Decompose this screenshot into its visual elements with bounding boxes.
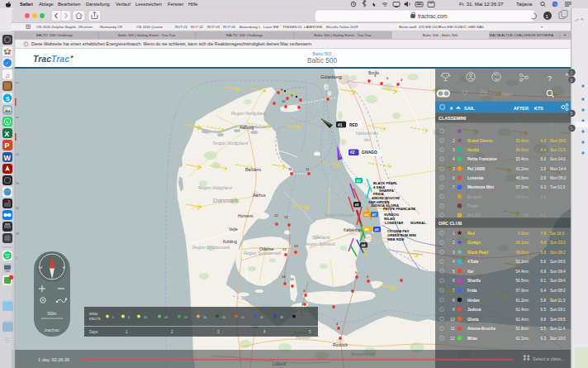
svg-text:RED: RED bbox=[349, 123, 358, 127]
svg-text:i: i bbox=[26, 42, 26, 46]
svg-text:LASER EM: LASER EM bbox=[304, 25, 322, 29]
svg-text:10: 10 bbox=[282, 99, 286, 103]
svg-text:B: B bbox=[571, 112, 573, 116]
svg-text:4: 4 bbox=[453, 260, 455, 264]
svg-text:Tue 02:3: Tue 02:3 bbox=[550, 185, 566, 189]
svg-text:49: 49 bbox=[365, 227, 369, 232]
svg-text:6: 6 bbox=[453, 279, 455, 283]
svg-text:Days: Days bbox=[89, 330, 98, 334]
svg-text:#9: #9 bbox=[375, 227, 379, 232]
svg-text:10: 10 bbox=[144, 316, 147, 319]
svg-text:Sun 09:4: Sun 09:4 bbox=[550, 270, 566, 274]
svg-text:1 day, 02:26:36: 1 day, 02:26:36 bbox=[38, 357, 69, 362]
svg-text:Sun 09:4: Sun 09:4 bbox=[550, 279, 566, 283]
svg-text:ROT 02: ROT 02 bbox=[191, 25, 204, 29]
svg-text:D/C GBR SAIL: D/C GBR SAIL bbox=[461, 25, 485, 29]
svg-text:Bergvill: Bergvill bbox=[467, 195, 481, 199]
svg-text:4: 4 bbox=[453, 157, 455, 161]
svg-text:Baltic 500: Baltic 500 bbox=[313, 51, 332, 56]
svg-text:W: W bbox=[4, 154, 12, 162]
svg-text:Sun 09:1: Sun 09:1 bbox=[550, 308, 566, 312]
svg-text:Xar: Xar bbox=[467, 270, 474, 274]
svg-text:5.8: 5.8 bbox=[541, 299, 547, 303]
svg-text:6.1: 6.1 bbox=[541, 279, 547, 283]
svg-text:NG/REAL-: NG/REAL- bbox=[410, 221, 427, 225]
svg-text:96: 96 bbox=[16, 182, 19, 185]
svg-text:8: 8 bbox=[128, 316, 130, 319]
svg-text:34.9nm: 34.9nm bbox=[516, 148, 529, 152]
svg-text:Husky: Husky bbox=[467, 148, 479, 152]
svg-text:28: 28 bbox=[16, 232, 19, 236]
svg-text:7: 7 bbox=[453, 185, 455, 189]
svg-text:WEB RIDE: WEB RIDE bbox=[387, 237, 405, 241]
svg-text:2.8: 2.8 bbox=[541, 176, 547, 180]
svg-text:♫: ♫ bbox=[5, 72, 10, 79]
svg-text:Pol 14085: Pol 14085 bbox=[467, 167, 486, 171]
svg-text:GIVAGO: GIVAGO bbox=[362, 151, 377, 155]
svg-text:1: 1 bbox=[453, 232, 455, 236]
svg-text:NM: NM bbox=[523, 213, 529, 217]
svg-text:Lonestar: Lonestar bbox=[467, 176, 484, 180]
svg-text:Göteborg: Göteborg bbox=[320, 74, 342, 79]
svg-text:43.2nm: 43.2nm bbox=[516, 167, 529, 171]
svg-text:9: 9 bbox=[453, 308, 455, 312]
svg-text:Region Midtjylland: Region Midtjylland bbox=[198, 185, 232, 190]
svg-text:Tatjana: Tatjana bbox=[516, 2, 533, 7]
svg-text:Bewerbung L: Bewerbung L bbox=[239, 25, 261, 29]
svg-text:Sun 11:3: Sun 11:3 bbox=[550, 299, 566, 303]
svg-text:20: 20 bbox=[222, 316, 225, 319]
svg-text:49.8nm: 49.8nm bbox=[516, 251, 529, 255]
svg-text:Region Nordjylland: Region Nordjylland bbox=[231, 111, 266, 116]
svg-text:Mon 04:5: Mon 04:5 bbox=[550, 139, 567, 143]
svg-text:Pol 321: Pol 321 bbox=[467, 213, 481, 217]
svg-text:ROT 04: ROT 04 bbox=[223, 25, 236, 29]
svg-text:3: 3 bbox=[453, 251, 455, 255]
svg-text:5.5: 5.5 bbox=[541, 327, 547, 331]
svg-text:6: 6 bbox=[453, 176, 455, 180]
svg-text:✕: ✕ bbox=[565, 72, 569, 77]
svg-text:6.3: 6.3 bbox=[541, 185, 547, 189]
svg-text:ZKuchen: ZKuchen bbox=[78, 25, 93, 29]
svg-text:OS 2020 Zeitplan Segeln: OS 2020 Zeitplan Segeln bbox=[36, 25, 77, 29]
svg-text:Aalborg: Aalborg bbox=[239, 125, 254, 130]
svg-text:TracTrac✦: TracTrac✦ bbox=[33, 54, 74, 64]
svg-text:?: ? bbox=[548, 74, 552, 83]
svg-text:7: 7 bbox=[453, 289, 455, 293]
svg-text:Frida: Frida bbox=[467, 289, 477, 293]
svg-text:Region Sjælland: Region Sjælland bbox=[305, 241, 335, 246]
svg-text:61.4nm: 61.4nm bbox=[516, 308, 529, 312]
svg-text:PETITE FRANCAISE: PETITE FRANCAISE bbox=[383, 207, 416, 211]
svg-text:ROT 03: ROT 03 bbox=[207, 25, 220, 29]
svg-text:ORC CLUB: ORC CLUB bbox=[439, 221, 462, 226]
svg-text:SAIL: SAIL bbox=[464, 106, 475, 111]
svg-text:tractrac: tractrac bbox=[45, 327, 60, 332]
svg-text:5.2: 5.2 bbox=[541, 157, 547, 161]
svg-text:BALTIC 500 Challenge: BALTIC 500 Challenge bbox=[226, 33, 263, 37]
svg-text:Region Syddanmark: Region Syddanmark bbox=[244, 251, 282, 256]
svg-text:WIND: WIND bbox=[89, 312, 98, 316]
svg-text:12: 12 bbox=[164, 316, 168, 319]
svg-text:Lesezeichen: Lesezeichen bbox=[135, 2, 162, 7]
svg-text:1.9: 1.9 bbox=[541, 195, 547, 199]
svg-text:8: 8 bbox=[453, 299, 455, 303]
svg-text:25: 25 bbox=[241, 316, 244, 319]
svg-text:ROT 01: ROT 01 bbox=[175, 25, 188, 29]
svg-text:Randers: Randers bbox=[245, 167, 261, 172]
svg-text:E: E bbox=[63, 265, 65, 270]
svg-text:8.8: 8.8 bbox=[541, 318, 547, 322]
svg-text:tractrac.com: tractrac.com bbox=[418, 13, 448, 19]
svg-text:34.4nm: 34.4nm bbox=[516, 195, 529, 199]
svg-text:4.3: 4.3 bbox=[541, 139, 547, 143]
svg-text:Petite Francaise: Petite Francaise bbox=[467, 157, 497, 161]
svg-text:+: + bbox=[563, 32, 567, 38]
svg-text:6.5: 6.5 bbox=[541, 308, 547, 312]
svg-text:Results Trofeo 2019: Results Trofeo 2019 bbox=[326, 25, 358, 29]
svg-text:62.2nm: 62.2nm bbox=[516, 337, 529, 341]
svg-text:Sun 11:4: Sun 11:4 bbox=[550, 327, 566, 331]
svg-text:TRESEN 01: TRESEN 01 bbox=[282, 25, 302, 29]
svg-text:Horsens: Horsens bbox=[238, 213, 254, 218]
svg-text:ba: ba bbox=[16, 81, 19, 84]
svg-text:12: 12 bbox=[284, 215, 288, 219]
svg-text:Sun 08:2: Sun 08:2 bbox=[550, 289, 566, 293]
svg-text:Region Nordjylland: Region Nordjylland bbox=[213, 141, 248, 146]
